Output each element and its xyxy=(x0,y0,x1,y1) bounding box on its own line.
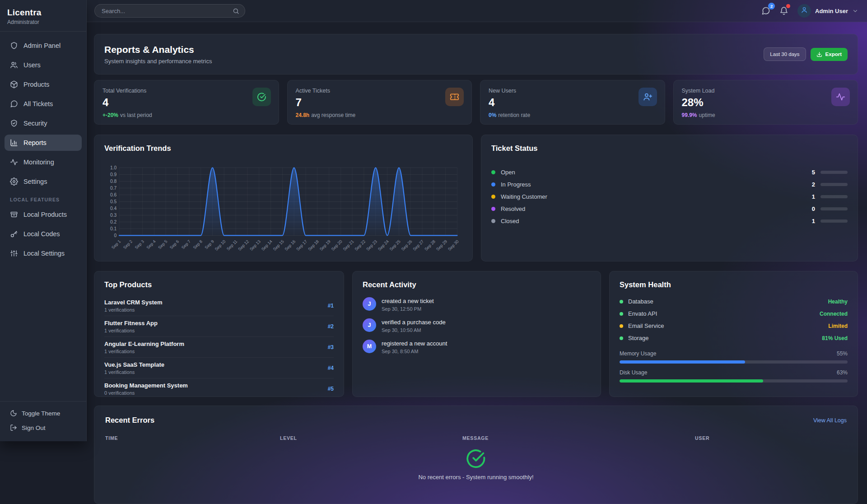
user-menu[interactable]: Admin User xyxy=(797,4,858,18)
brand: Licentra Administrator xyxy=(0,0,86,32)
stat-card-new-users: New Users40%retention rate xyxy=(480,80,665,125)
sidebar-item-label: Security xyxy=(23,120,47,127)
stat-value: 4 xyxy=(489,96,657,109)
recent-activity-card: Recent Activity Jcreated a new ticketSep… xyxy=(352,271,601,397)
key-icon xyxy=(10,230,18,238)
svg-text:0.1: 0.1 xyxy=(110,226,117,231)
health-service-name: Database xyxy=(628,298,653,305)
product-row: Flutter Fitness App1 verifications#2 xyxy=(104,316,334,337)
chat-icon xyxy=(10,100,18,108)
health-row-storage: Storage81% Used xyxy=(620,332,848,344)
svg-text:0.8: 0.8 xyxy=(110,179,117,184)
archive-icon xyxy=(10,210,18,219)
health-service-name: Email Service xyxy=(628,322,664,329)
user-name: Admin User xyxy=(815,8,848,14)
stat-footnote: 24.8havg response time xyxy=(296,112,464,118)
search-icon xyxy=(233,8,239,14)
sidebar-item-security[interactable]: Security xyxy=(5,115,82,131)
product-name: Booking Management System xyxy=(104,382,188,389)
insights-row: Top Products Laravel CRM System1 verific… xyxy=(94,271,858,397)
health-service-status: Connected xyxy=(820,311,848,317)
product-rank: #5 xyxy=(328,386,334,392)
sidebar-item-admin-panel[interactable]: Admin Panel xyxy=(5,37,82,54)
search-box[interactable] xyxy=(94,4,245,18)
stat-footnote: 99.9%uptime xyxy=(682,112,850,118)
activity-avatar: M xyxy=(363,340,376,353)
svg-text:Sep 9: Sep 9 xyxy=(204,239,215,250)
top-products-card: Top Products Laravel CRM System1 verific… xyxy=(94,271,344,397)
status-bar xyxy=(820,195,848,198)
stat-footnote: 0%retention rate xyxy=(489,112,657,118)
user-plus-icon xyxy=(639,88,657,106)
health-dot xyxy=(620,336,623,340)
sidebar-item-local-codes[interactable]: Local Codes xyxy=(5,226,82,242)
sidebar-item-products[interactable]: Products xyxy=(5,76,82,93)
ticket-icon xyxy=(445,88,464,106)
notification-dot xyxy=(786,4,790,8)
errors-empty-message: No recent errors - System running smooth… xyxy=(418,474,533,481)
sidebar-item-sign-out[interactable]: Sign Out xyxy=(5,421,82,434)
product-verifications: 1 verifications xyxy=(104,307,163,313)
sidebar-item-users[interactable]: Users xyxy=(5,57,82,73)
sidebar-item-toggle-theme[interactable]: Toggle Theme xyxy=(5,406,82,420)
svg-text:0: 0 xyxy=(114,233,117,238)
health-service-name: Storage xyxy=(628,335,649,341)
download-icon xyxy=(816,51,822,57)
status-bar xyxy=(820,183,848,186)
sidebar-item-label: Local Codes xyxy=(23,230,60,238)
svg-text:Sep 26: Sep 26 xyxy=(401,239,413,252)
svg-text:Sep 16: Sep 16 xyxy=(284,239,297,252)
status-dot xyxy=(491,182,495,187)
shield-check-icon xyxy=(10,119,18,127)
search-input[interactable] xyxy=(102,8,233,14)
sidebar-item-label: Reports xyxy=(23,139,47,146)
page-title: Reports & Analytics xyxy=(104,44,212,55)
health-service-status: 81% Used xyxy=(822,335,848,341)
svg-text:0.3: 0.3 xyxy=(110,213,117,218)
sidebar-item-monitoring[interactable]: Monitoring xyxy=(5,154,82,170)
page-subtitle: System insights and performance metrics xyxy=(104,58,212,65)
sidebar-item-reports[interactable]: Reports xyxy=(5,135,82,151)
product-name: Angular E-Learning Platform xyxy=(104,341,184,347)
charts-row: Verification Trends 1.00.90.80.70.60.50.… xyxy=(94,135,858,261)
chart-title: Verification Trends xyxy=(104,144,462,153)
topbar: 2 Admin User xyxy=(87,0,867,22)
svg-text:Sep 23: Sep 23 xyxy=(365,239,378,252)
meter-percent: 63% xyxy=(837,369,848,376)
activity-time: Sep 30, 10:50 AM xyxy=(382,327,446,333)
sidebar-item-all-tickets[interactable]: All Tickets xyxy=(5,96,82,112)
svg-text:Sep 10: Sep 10 xyxy=(214,239,227,252)
product-verifications: 1 verifications xyxy=(104,328,158,333)
sidebar-item-local-products[interactable]: Local Products xyxy=(5,206,82,223)
activity-time: Sep 30, 8:50 AM xyxy=(382,349,447,354)
product-row: Laravel CRM System1 verifications#1 xyxy=(104,295,334,316)
sidebar-item-label: Local Products xyxy=(23,211,67,218)
messages-button[interactable]: 2 xyxy=(761,6,770,15)
status-count: 1 xyxy=(812,218,815,224)
svg-text:1.0: 1.0 xyxy=(110,165,117,170)
ticket-status-row-waiting-customer: Waiting Customer1 xyxy=(491,191,848,203)
activity-text: verified a purchase code xyxy=(382,318,446,326)
system-health-title: System Health xyxy=(620,280,848,289)
sidebar-item-local-settings[interactable]: Local Settings xyxy=(5,245,82,261)
settings-icon xyxy=(10,177,18,186)
activity-text: registered a new account xyxy=(382,340,447,347)
svg-text:Sep 5: Sep 5 xyxy=(157,239,168,250)
check-circle-icon xyxy=(252,88,271,106)
stat-label: New Users xyxy=(489,88,657,94)
activity-text: created a new ticket xyxy=(382,297,434,304)
messages-badge: 2 xyxy=(768,3,775,9)
health-service-status: Healthy xyxy=(828,299,848,305)
product-name: Laravel CRM System xyxy=(104,299,163,306)
date-range-button[interactable]: Last 30 days xyxy=(764,47,806,61)
export-button[interactable]: Export xyxy=(811,48,848,61)
verification-trends-chart: 1.00.90.80.70.60.50.40.30.20.10Sep 1Sep … xyxy=(104,156,462,260)
stat-footnote: +-20%vs last period xyxy=(103,112,270,118)
svg-text:0.7: 0.7 xyxy=(110,186,117,191)
status-count: 0 xyxy=(812,205,815,212)
notifications-button[interactable] xyxy=(779,6,788,15)
view-all-logs-link[interactable]: View All Logs xyxy=(813,417,847,424)
activity-time: Sep 30, 12:50 PM xyxy=(382,306,434,312)
sidebar-item-settings[interactable]: Settings xyxy=(5,173,82,190)
top-products-list: Laravel CRM System1 verifications#1Flutt… xyxy=(104,295,334,399)
